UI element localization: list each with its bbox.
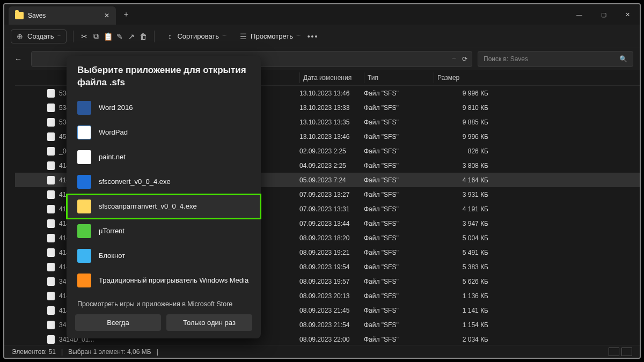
file-icon — [47, 219, 55, 228]
more-icon[interactable]: ••• — [309, 32, 317, 41]
minimize-button[interactable]: — — [567, 4, 591, 25]
file-date: 02.09.2023 2:25 — [299, 147, 364, 155]
file-size: 9 996 КБ — [434, 90, 498, 97]
app-option[interactable]: sfscoaпpaптanvert_v0_0_4.exe — [67, 194, 261, 219]
status-selected: Выбран 1 элемент: 4,06 МБ — [68, 348, 151, 356]
app-label: paint.net — [99, 153, 126, 161]
file-icon — [47, 263, 55, 271]
sidebar-strip — [4, 70, 15, 345]
file-date: 08.09.2023 19:21 — [299, 249, 364, 256]
file-size: 9 996 КБ — [434, 133, 498, 141]
file-size: 1 136 КБ — [434, 292, 498, 300]
col-date[interactable]: Дата изменения — [299, 72, 364, 83]
file-type: Файл "SFS" — [364, 119, 434, 126]
sort-button[interactable]: ↕ Сортировать ﹀ — [161, 30, 231, 43]
chevron-down-icon: ﹀ — [222, 33, 227, 40]
file-date: 08.09.2023 21:45 — [299, 307, 364, 314]
file-type: Файл "SFS" — [364, 321, 434, 329]
sort-icon: ↕ — [165, 32, 174, 41]
maximize-button[interactable]: ▢ — [591, 4, 616, 25]
app-icon — [77, 150, 91, 164]
file-icon — [47, 335, 55, 344]
app-option[interactable]: Word 2016 — [67, 95, 261, 120]
open-with-dialog: Выберите приложение для открытия файла .… — [67, 56, 261, 338]
delete-icon[interactable]: 🗑 — [139, 32, 148, 41]
close-button[interactable]: ✕ — [616, 4, 640, 25]
file-icon — [47, 321, 55, 329]
app-label: Блокнот — [99, 252, 125, 260]
col-size[interactable]: Размер — [434, 72, 498, 83]
file-date: 07.09.2023 13:27 — [299, 191, 364, 198]
view-grid-button[interactable] — [621, 348, 632, 356]
file-date: 13.10.2023 13:35 — [299, 119, 364, 126]
app-option[interactable]: µTorrent — [67, 219, 261, 243]
paste-icon[interactable]: 📋 — [104, 32, 112, 41]
file-icon — [47, 277, 55, 286]
file-size: 3 808 КБ — [434, 162, 498, 169]
store-link[interactable]: Просмотреть игры и приложения в Microsof… — [67, 293, 261, 314]
file-size: 5 491 КБ — [434, 249, 498, 256]
app-option[interactable]: Традиционный проигрыватель Windows Media — [67, 268, 261, 293]
search-placeholder: Поиск в: Saves — [484, 55, 528, 63]
file-size: 3 947 КБ — [434, 220, 498, 227]
file-type: Файл "SFS" — [364, 90, 434, 97]
create-label: Создать — [27, 32, 54, 40]
search-input[interactable]: Поиск в: Saves 🔍 — [478, 51, 633, 67]
file-size: 9 885 КБ — [434, 119, 498, 126]
file-type: Файл "SFS" — [364, 104, 434, 112]
file-icon — [47, 118, 55, 127]
sort-label: Сортировать — [177, 32, 219, 40]
file-icon — [47, 292, 55, 300]
app-icon — [77, 101, 91, 115]
file-type: Файл "SFS" — [364, 162, 434, 169]
view-icon: ☰ — [239, 32, 247, 41]
chevron-down-icon[interactable]: ﹀ — [452, 56, 457, 63]
always-button[interactable]: Всегда — [75, 314, 161, 331]
view-button[interactable]: ☰ Просмотреть ﹀ — [235, 30, 305, 43]
view-label: Просмотреть — [251, 32, 293, 40]
share-icon[interactable]: ↗ — [127, 32, 136, 41]
toolbar: ⊕ Создать ﹀ ✂ ⧉ 📋 ✎ ↗ 🗑 ↕ Сортировать ﹀ … — [4, 25, 640, 48]
tab[interactable]: Saves ✕ — [9, 6, 116, 25]
copy-icon[interactable]: ⧉ — [92, 32, 100, 41]
rename-icon[interactable]: ✎ — [115, 32, 124, 41]
file-date: 13.10.2023 13:46 — [299, 133, 364, 141]
create-button[interactable]: ⊕ Создать ﹀ — [11, 29, 67, 43]
app-label: sfsconvert_v0_0_4.exe — [99, 178, 171, 186]
file-type: Файл "SFS" — [364, 278, 434, 285]
app-option[interactable]: WordPad — [67, 120, 261, 145]
file-type: Файл "SFS" — [364, 147, 434, 155]
file-icon — [47, 205, 55, 213]
app-option[interactable]: paint.net — [67, 145, 261, 169]
app-option[interactable]: sfsconvert_v0_0_4.exe — [67, 169, 261, 194]
view-list-button[interactable] — [609, 348, 619, 356]
back-button[interactable]: ← — [11, 55, 26, 63]
once-button[interactable]: Только один раз — [166, 314, 252, 331]
file-type: Файл "SFS" — [364, 307, 434, 314]
file-type: Файл "SFS" — [364, 220, 434, 227]
file-size: 3 931 КБ — [434, 191, 498, 198]
tab-close-icon[interactable]: ✕ — [104, 12, 109, 19]
refresh-icon[interactable]: ⟳ — [462, 55, 467, 63]
file-date: 08.09.2023 19:57 — [299, 278, 364, 285]
file-date: 13.10.2023 13:46 — [299, 90, 364, 97]
file-size: 2 034 КБ — [434, 336, 498, 343]
plus-circle-icon: ⊕ — [16, 32, 24, 41]
search-icon: 🔍 — [619, 55, 627, 63]
file-icon — [47, 132, 55, 141]
separator — [154, 31, 155, 42]
cut-icon[interactable]: ✂ — [80, 32, 89, 41]
status-sep: | — [61, 348, 63, 356]
col-type[interactable]: Тип — [364, 72, 434, 83]
app-label: sfscoaпpaптanvert_v0_0_4.exe — [99, 202, 197, 210]
status-sep: | — [157, 348, 158, 356]
app-icon — [77, 224, 91, 238]
file-date: 05.09.2023 7:24 — [299, 176, 364, 184]
file-icon — [47, 306, 55, 315]
dialog-title: Выберите приложение для открытия файла .… — [67, 64, 261, 95]
file-icon — [47, 89, 55, 98]
file-date: 13.10.2023 13:33 — [299, 104, 364, 112]
app-option[interactable]: Блокнот — [67, 243, 261, 268]
new-tab-button[interactable]: ＋ — [122, 10, 130, 19]
file-type: Файл "SFS" — [364, 263, 434, 271]
